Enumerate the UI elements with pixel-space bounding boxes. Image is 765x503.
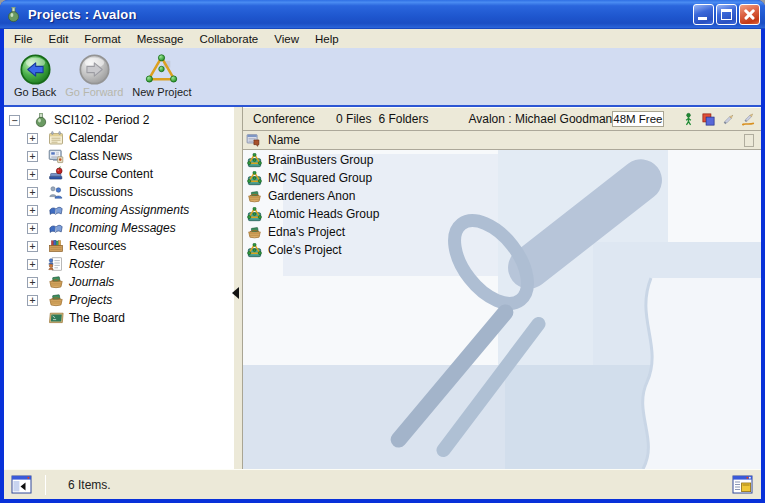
tree-item[interactable]: + Class News [4, 147, 233, 165]
go-forward-icon [78, 53, 111, 86]
title-bar[interactable]: Projects : Avalon [0, 0, 765, 29]
tree-item[interactable]: The Board [4, 309, 233, 327]
tree-expander[interactable]: − [9, 115, 20, 126]
tree-item-label: Incoming Assignments [69, 203, 189, 217]
files-count-label: 0 Files [336, 112, 371, 126]
name-column-header[interactable]: Name [243, 131, 761, 150]
tree-item[interactable]: + Roster [4, 255, 233, 273]
list-item[interactable]: Edna's Project [243, 223, 761, 241]
menu-item[interactable]: Collaborate [191, 32, 266, 46]
tree-item-label: Projects [69, 293, 112, 307]
books-icon [48, 166, 64, 182]
menu-item[interactable]: Format [76, 32, 128, 46]
layers-squares-icon[interactable] [701, 112, 716, 127]
project-icon [247, 171, 262, 186]
flask-icon [5, 6, 22, 23]
list-item-label: Edna's Project [268, 225, 345, 239]
header-action-icons [681, 112, 756, 127]
collapse-arrow-icon[interactable] [232, 287, 239, 299]
board-icon [48, 310, 64, 326]
tree-item[interactable]: + Course Content [4, 165, 233, 183]
list-item-label: Gardeners Anon [268, 189, 355, 203]
tree-root-item[interactable]: − SCI102 - Period 2 [4, 111, 233, 129]
tree-expander[interactable]: + [27, 187, 38, 198]
split-view-icon[interactable] [732, 474, 753, 495]
tree-expander[interactable]: + [27, 223, 38, 234]
tree-expander[interactable]: + [27, 295, 38, 306]
menu-item[interactable]: Edit [41, 32, 77, 46]
member-person-icon[interactable] [681, 112, 696, 127]
project-icon [247, 153, 262, 168]
tree-item-label: Incoming Messages [69, 221, 176, 235]
project-list: BrainBusters Group MC Squared Group Gard… [243, 150, 761, 259]
tree-item-label: Resources [69, 239, 126, 253]
menu-item[interactable]: View [266, 32, 307, 46]
conference-kind-label: Conference [253, 112, 315, 126]
tree-item-label: Class News [69, 149, 132, 163]
item-list: BrainBusters Group MC Squared Group Gard… [243, 150, 761, 469]
list-item[interactable]: MC Squared Group [243, 169, 761, 187]
menu-item[interactable]: Help [307, 32, 347, 46]
conference-header: Conference 0 Files 6 Folders Avalon : Mi… [243, 107, 761, 131]
tree-expander[interactable]: + [27, 277, 38, 288]
list-item[interactable]: Gardeners Anon [243, 187, 761, 205]
project-icon [247, 207, 262, 222]
status-bar: 6 Items. [4, 469, 761, 499]
panel-collapse-icon[interactable] [11, 474, 32, 495]
tree-expander[interactable]: + [27, 241, 38, 252]
inbox-icon [48, 220, 64, 236]
column-end-box [744, 134, 754, 147]
minimize-button[interactable] [693, 4, 714, 25]
tree-item[interactable]: + Discussions [4, 183, 233, 201]
status-separator [45, 475, 46, 495]
free-space-indicator: 48M Free [612, 111, 663, 127]
items-count-label: 6 Items. [68, 478, 111, 492]
tree-item[interactable]: + Resources [4, 237, 233, 255]
tree-expander[interactable]: + [27, 205, 38, 216]
tree-item-label: Course Content [69, 167, 153, 181]
inbox-icon [48, 202, 64, 218]
toolbar-button[interactable]: Go Back [14, 53, 56, 98]
tree-item-label: Discussions [69, 185, 133, 199]
tree-item[interactable]: + Calendar [4, 129, 233, 147]
list-item[interactable]: Atomic Heads Group [243, 205, 761, 223]
tree-item[interactable]: + Incoming Assignments [4, 201, 233, 219]
signature-pencil-icon[interactable] [741, 112, 756, 127]
toolbar-button[interactable]: Go Forward [65, 53, 123, 98]
news-icon [48, 148, 64, 164]
tree-expander[interactable]: + [27, 133, 38, 144]
pane-splitter[interactable] [233, 107, 243, 469]
server-user-label: Avalon : Michael Goodman [468, 112, 612, 126]
list-item[interactable]: Cole's Project [243, 241, 761, 259]
basket-icon [48, 274, 64, 290]
basket-icon [48, 292, 64, 308]
tree-item-label: Journals [69, 275, 114, 289]
calendar-icon [48, 130, 64, 146]
toolbar-button-label: Go Forward [65, 86, 123, 98]
tree-item-label: Calendar [69, 131, 118, 145]
list-item[interactable]: BrainBusters Group [243, 151, 761, 169]
toolbar-button-label: New Project [132, 86, 191, 98]
toolbar-button[interactable]: New Project [132, 53, 191, 98]
menu-item[interactable]: File [6, 32, 41, 46]
go-back-icon [19, 53, 52, 86]
application-window: Projects : Avalon File Edit Format Messa… [0, 0, 765, 503]
resources-icon [48, 238, 64, 254]
minimize-icon [698, 17, 707, 20]
tree-expander[interactable]: + [27, 169, 38, 180]
maximize-icon [721, 9, 732, 20]
tree-item[interactable]: + Incoming Messages [4, 219, 233, 237]
list-item-label: Cole's Project [268, 243, 342, 257]
edit-pencil-icon[interactable] [721, 112, 736, 127]
close-button[interactable] [739, 4, 760, 25]
tree-expander[interactable]: + [27, 151, 38, 162]
tree-item[interactable]: + Journals [4, 273, 233, 291]
tree-item[interactable]: + Projects [4, 291, 233, 309]
tree-expander[interactable]: + [27, 259, 38, 270]
menu-item[interactable]: Message [129, 32, 192, 46]
new-project-icon [145, 53, 178, 86]
conference-pane: Conference 0 Files 6 Folders Avalon : Mi… [243, 107, 761, 469]
list-item-label: Atomic Heads Group [268, 207, 379, 221]
menu-bar: File Edit Format Message Collaborate Vie… [4, 29, 761, 48]
maximize-button[interactable] [716, 4, 737, 25]
